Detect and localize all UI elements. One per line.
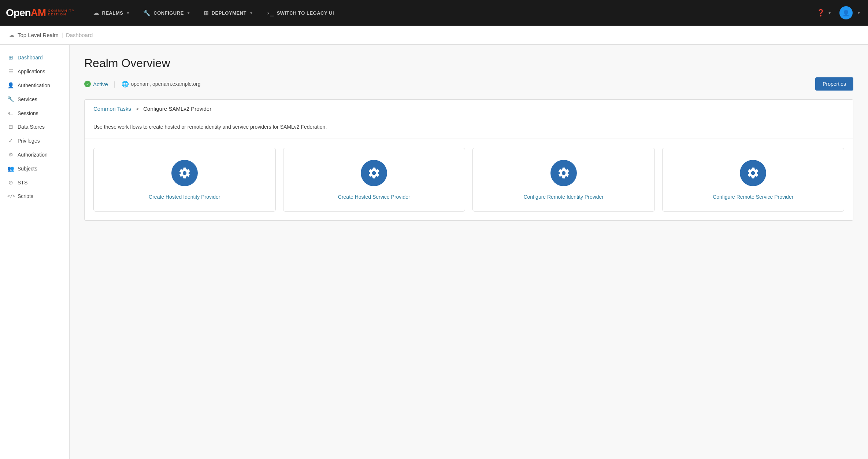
sidebar-item-services[interactable]: 🔧 Services (0, 92, 69, 106)
main-content: Realm Overview ✓ Active | 🌐 openam, open… (70, 45, 868, 459)
card-icon-circle-1 (171, 160, 198, 186)
sidebar-item-label: Sessions (18, 110, 38, 116)
task-breadcrumb-sep: > (136, 106, 140, 112)
page-title: Realm Overview (84, 56, 853, 70)
logo[interactable]: OpenAM COMMUNITY EDITION (6, 8, 79, 18)
user-chevron-icon[interactable]: ▼ (856, 11, 862, 15)
card-configure-remote-idp[interactable]: Configure Remote Identity Provider (472, 148, 655, 212)
sidebar-item-label: STS (18, 180, 27, 186)
realm-cloud-icon: ☁ (9, 32, 15, 38)
nav-deployment-label: DEPLOYMENT (212, 10, 246, 16)
card-icon-circle-4 (740, 160, 766, 186)
card-label-3: Configure Remote Identity Provider (523, 194, 604, 201)
sts-icon: ⊘ (7, 179, 14, 186)
sidebar-item-label: Data Stores (18, 124, 45, 130)
sidebar-item-privileges[interactable]: ✓ Privileges (0, 134, 69, 148)
help-icon: ❓ (817, 9, 825, 17)
dashboard-icon: ⊞ (7, 54, 14, 61)
help-chevron-icon: ▼ (826, 11, 833, 15)
sidebar-item-label: Authentication (18, 82, 50, 88)
wrench-icon: 🔧 (143, 10, 151, 16)
task-breadcrumb-current: Configure SAMLv2 Provider (143, 106, 211, 112)
logo-open: Open (6, 7, 31, 18)
subjects-icon: 👥 (7, 165, 14, 172)
sidebar-item-scripts[interactable]: </> Scripts (0, 190, 69, 203)
services-icon: 🔧 (7, 96, 14, 103)
card-icon-circle-2 (361, 160, 387, 186)
deployment-icon: ⊞ (204, 10, 209, 16)
nav-realms[interactable]: ☁ REALMS ▼ (86, 0, 137, 26)
card-label-2: Create Hosted Service Provider (338, 194, 410, 201)
top-navigation: OpenAM COMMUNITY EDITION ☁ REALMS ▼ 🔧 CO… (0, 0, 868, 26)
gear-icon (746, 166, 760, 180)
sidebar-item-label: Dashboard (18, 55, 43, 60)
sidebar: ⊞ Dashboard ☰ Applications 👤 Authenticat… (0, 45, 70, 459)
realm-name: openam, openam.example.org (131, 81, 201, 87)
configure-chevron-icon: ▼ (187, 11, 190, 15)
sidebar-item-label: Authorization (18, 152, 48, 158)
sidebar-item-subjects[interactable]: 👥 Subjects (0, 162, 69, 176)
user-avatar[interactable]: 👤 (839, 6, 853, 19)
sidebar-item-authorization[interactable]: ⚙ Authorization (0, 148, 69, 162)
breadcrumb-bar: ☁ Top Level Realm | Dashboard (0, 26, 868, 45)
sidebar-item-label: Services (18, 96, 37, 102)
sessions-icon: 🏷 (7, 110, 14, 116)
nav-configure[interactable]: 🔧 CONFIGURE ▼ (137, 0, 197, 26)
nav-right-area: ❓ ▼ 👤 ▼ (813, 0, 862, 26)
logo-am: AM (31, 7, 46, 18)
sidebar-item-data-stores[interactable]: ⊟ Data Stores (0, 120, 69, 134)
nav-legacy-label: SWITCH TO LEGACY UI (277, 10, 334, 16)
gear-icon (367, 166, 381, 180)
cards-grid: Create Hosted Identity Provider Create H… (85, 139, 853, 220)
sidebar-item-label: Subjects (18, 166, 37, 172)
avatar-icon: 👤 (842, 10, 850, 16)
status-divider: | (114, 80, 116, 88)
realm-info: 🌐 openam, openam.example.org (122, 81, 201, 88)
card-icon-circle-3 (550, 160, 577, 186)
sidebar-item-sts[interactable]: ⊘ STS (0, 176, 69, 190)
active-label: Active (93, 81, 108, 87)
task-description: Use these work flows to create hosted or… (85, 118, 853, 139)
privileges-icon: ✓ (7, 137, 14, 144)
applications-icon: ☰ (7, 68, 14, 75)
active-dot-icon: ✓ (84, 81, 91, 87)
breadcrumb-divider: | (62, 32, 63, 38)
properties-button[interactable]: Properties (815, 77, 853, 91)
cloud-icon: ☁ (93, 10, 99, 16)
nav-deployment[interactable]: ⊞ DEPLOYMENT ▼ (197, 0, 260, 26)
breadcrumb-realm-label: Top Level Realm (18, 32, 59, 38)
sidebar-item-applications[interactable]: ☰ Applications (0, 65, 69, 78)
card-label-1: Create Hosted Identity Provider (149, 194, 220, 201)
authorization-icon: ⚙ (7, 151, 14, 158)
nav-configure-label: CONFIGURE (153, 10, 184, 16)
task-panel: Common Tasks > Configure SAMLv2 Provider… (84, 99, 853, 221)
card-create-hosted-sp[interactable]: Create Hosted Service Provider (283, 148, 465, 212)
card-create-hosted-idp[interactable]: Create Hosted Identity Provider (93, 148, 276, 212)
realms-chevron-icon: ▼ (126, 11, 130, 15)
globe-icon: 🌐 (122, 81, 129, 88)
authentication-icon: 👤 (7, 82, 14, 89)
card-configure-remote-sp[interactable]: Configure Remote Service Provider (662, 148, 845, 212)
logo-sub: COMMUNITY EDITION (48, 9, 79, 16)
data-stores-icon: ⊟ (7, 124, 14, 130)
common-tasks-link[interactable]: Common Tasks (93, 106, 131, 112)
breadcrumb-page-label: Dashboard (66, 32, 93, 38)
sidebar-item-dashboard[interactable]: ⊞ Dashboard (0, 51, 69, 65)
card-label-4: Configure Remote Service Provider (713, 194, 793, 201)
sidebar-item-sessions[interactable]: 🏷 Sessions (0, 106, 69, 120)
main-layout: ⊞ Dashboard ☰ Applications 👤 Authenticat… (0, 45, 868, 459)
scripts-icon: </> (7, 194, 14, 199)
nav-legacy[interactable]: ›_ SWITCH TO LEGACY UI (260, 0, 341, 26)
terminal-icon: ›_ (266, 10, 274, 16)
sidebar-item-label: Scripts (18, 193, 33, 199)
sidebar-item-label: Applications (18, 69, 45, 74)
gear-icon (557, 166, 570, 180)
sidebar-item-authentication[interactable]: 👤 Authentication (0, 78, 69, 92)
breadcrumb-realm[interactable]: ☁ Top Level Realm (9, 32, 59, 38)
sidebar-item-label: Privileges (18, 138, 40, 144)
gear-icon (178, 166, 191, 180)
help-button[interactable]: ❓ ▼ (813, 0, 837, 26)
status-active-indicator: ✓ Active (84, 81, 108, 87)
deployment-chevron-icon: ▼ (249, 11, 253, 15)
task-breadcrumb: Common Tasks > Configure SAMLv2 Provider (85, 100, 853, 118)
